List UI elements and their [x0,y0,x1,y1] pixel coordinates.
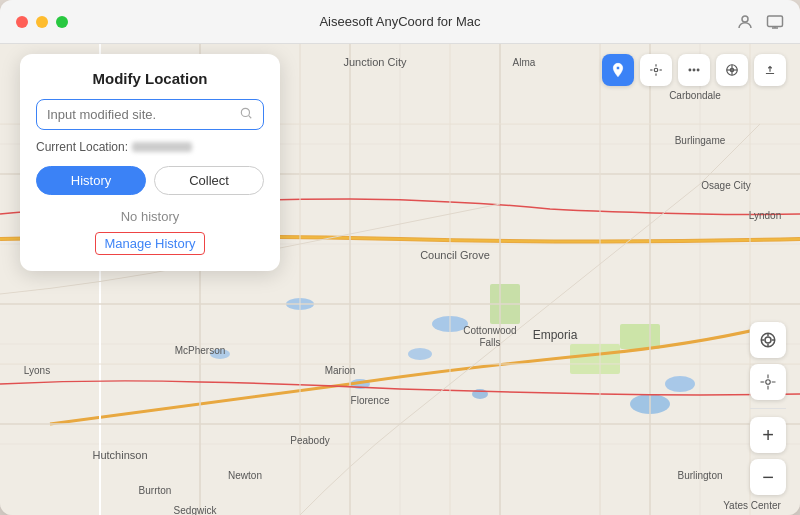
svg-point-0 [742,16,748,22]
titlebar: Aiseesoft AnyCoord for Mac [0,0,800,44]
map-side-tools: + − [750,322,786,495]
current-location-value [132,142,192,152]
svg-text:Burrton: Burrton [139,485,172,496]
svg-text:Hutchinson: Hutchinson [92,449,147,461]
svg-text:Marion: Marion [325,365,356,376]
modify-location-panel: Modify Location Current Location: Histor… [20,54,280,271]
svg-text:Lyndon: Lyndon [749,210,781,221]
svg-point-48 [241,108,249,116]
svg-text:McPherson: McPherson [175,345,226,356]
user-icon[interactable] [736,13,754,31]
panel-title: Modify Location [36,70,264,87]
manage-history-link[interactable]: Manage History [95,232,204,255]
app-window: Aiseesoft AnyCoord for Mac [0,0,800,515]
minimize-button[interactable] [36,16,48,28]
svg-text:Council Grove: Council Grove [420,249,490,261]
svg-point-49 [654,68,658,72]
svg-point-61 [765,337,771,343]
search-input[interactable] [47,107,239,122]
grid-button[interactable] [716,54,748,86]
no-history-text: No history [36,209,264,224]
screen-icon[interactable] [766,13,784,31]
map-toolbar [602,54,786,86]
gps-center-button[interactable] [750,364,786,400]
svg-text:Sedgwick: Sedgwick [174,505,218,515]
svg-point-55 [693,69,695,71]
svg-rect-1 [768,16,783,27]
svg-point-56 [697,69,699,71]
app-title: Aiseesoft AnyCoord for Mac [319,14,480,29]
search-icon [239,106,253,123]
svg-point-18 [408,348,432,360]
svg-text:Alma: Alma [513,57,536,68]
dots-button[interactable] [678,54,710,86]
tab-row: History Collect [36,166,264,195]
zoom-in-button[interactable]: + [750,417,786,453]
location-target-button[interactable] [750,322,786,358]
svg-text:Peabody: Peabody [290,435,329,446]
zoom-out-button[interactable]: − [750,459,786,495]
svg-text:Cottonwood: Cottonwood [463,325,516,336]
svg-text:Florence: Florence [351,395,390,406]
close-button[interactable] [16,16,28,28]
collect-tab[interactable]: Collect [154,166,264,195]
map-container: Junction City Alma Carbondale Burlingame… [0,44,800,515]
traffic-lights [16,16,68,28]
svg-text:Lyons: Lyons [24,365,50,376]
crosshair-button[interactable] [640,54,672,86]
export-button[interactable] [754,54,786,86]
svg-text:Burlington: Burlington [677,470,722,481]
svg-text:Carbondale: Carbondale [669,90,721,101]
svg-text:Newton: Newton [228,470,262,481]
svg-text:Emporia: Emporia [533,328,578,342]
history-tab[interactable]: History [36,166,146,195]
svg-text:Falls: Falls [479,337,500,348]
svg-rect-16 [620,324,660,349]
svg-point-24 [665,376,695,392]
location-pin-button[interactable] [602,54,634,86]
maximize-button[interactable] [56,16,68,28]
svg-text:Burlingame: Burlingame [675,135,726,146]
svg-point-54 [689,69,691,71]
svg-text:Osage City: Osage City [701,180,750,191]
svg-text:Yates Center: Yates Center [723,500,781,511]
titlebar-icons [736,13,784,31]
svg-text:Junction City: Junction City [344,56,407,68]
svg-point-67 [766,380,771,385]
svg-rect-15 [570,344,620,374]
search-box[interactable] [36,99,264,130]
current-location: Current Location: [36,140,264,154]
divider [750,408,786,409]
